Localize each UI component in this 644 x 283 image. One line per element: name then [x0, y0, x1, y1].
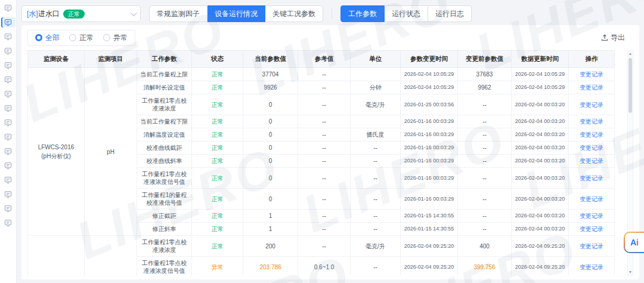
export-icon [601, 34, 608, 41]
tab-group-monitoring: 常规监测因子设备运行情况关键工况参数 [149, 5, 323, 22]
param-name-cell: 消解温度设定值 [137, 128, 192, 142]
col-header-10: 操作 [569, 51, 615, 68]
previous-value-cell: 400 [458, 236, 512, 257]
calendar-icon[interactable] [1, 189, 16, 199]
col-header-7: 参数变更时间 [401, 51, 458, 68]
change-record-link[interactable]: 变更记录 [580, 196, 603, 202]
scroll-up-icon[interactable]: ▲ [628, 51, 633, 57]
param-name-cell: 消解时长设定值 [137, 81, 192, 94]
change-record-link[interactable]: 变更记录 [580, 243, 603, 250]
scrollbar-thumb[interactable] [628, 58, 632, 113]
change-record-link[interactable]: 变更记录 [580, 131, 603, 138]
tab-parameters-1[interactable]: 运行状态 [385, 5, 428, 22]
param-name-cell: 修正斜率 [137, 223, 192, 236]
device-cell: LFWCS-2016(pH分析仪) [28, 68, 85, 236]
unit-cell: -- [351, 168, 401, 189]
status-filter-group: 全部正常异常 [27, 30, 135, 46]
status-cell: 正常 [192, 94, 243, 115]
tab-parameters-2[interactable]: 运行日志 [428, 5, 472, 22]
data-updated-time-cell: 2026-02-04 10:05:29 [512, 81, 569, 94]
document-icon[interactable] [1, 103, 16, 113]
status-cell: 正常 [192, 81, 243, 94]
param-changed-time-cell: 2026-01-16 00:03:29 [401, 115, 458, 128]
scroll-down-icon[interactable]: ▼ [628, 269, 633, 275]
site-monitor-icon[interactable] [1, 132, 16, 142]
change-record-link[interactable]: 变更记录 [580, 213, 603, 219]
reference-value-cell: -- [298, 94, 351, 115]
status-cell: 正常 [192, 168, 243, 189]
change-record-link[interactable]: 变更记录 [580, 158, 603, 164]
previous-value-cell: 399.756 [458, 257, 512, 276]
param-changed-time-cell: 2026-01-16 00:03:29 [401, 168, 458, 189]
sidebar [0, 0, 17, 283]
current-value-cell: 0 [243, 94, 298, 115]
ai-assistant-button[interactable]: Ai [624, 232, 644, 253]
monitor-dashboard-icon[interactable] [1, 17, 16, 27]
tab-monitoring-1[interactable]: 设备运行情况 [208, 5, 265, 22]
tab-monitoring-0[interactable]: 常规监测因子 [149, 5, 208, 22]
action-cell: 变更记录 [569, 81, 615, 94]
reference-value-cell: -- [298, 142, 351, 155]
image-gallery-icon[interactable] [1, 75, 16, 85]
change-record-link[interactable]: 变更记录 [580, 175, 603, 182]
unit-cell: -- [351, 189, 401, 210]
param-changed-time-cell: 2026-01-25 00:03:56 [401, 94, 458, 115]
param-name-cell: 工作量程1的量程校准液信号值 [137, 189, 192, 210]
col-header-6: 单位 [351, 51, 401, 68]
change-record-link[interactable]: 变更记录 [580, 264, 603, 270]
qr-code-icon[interactable] [1, 60, 16, 70]
video-monitor-icon[interactable] [1, 146, 16, 156]
change-record-link[interactable]: 变更记录 [580, 144, 603, 151]
terminal-icon[interactable] [1, 175, 16, 185]
data-updated-time-cell: 2026-02-04 00:03:20 [512, 128, 569, 142]
tab-parameters-0[interactable]: 工作参数 [340, 5, 385, 22]
change-record-link[interactable]: 变更记录 [580, 226, 603, 232]
parameters-table: 监测设备监测项目工作参数状态当前参数值参考值单位参数变更时间变更前参数值数据更新… [27, 50, 615, 276]
current-value-cell: 0 [243, 142, 298, 155]
change-record-link[interactable]: 变更记录 [580, 71, 603, 78]
settings-gear-icon[interactable] [1, 218, 16, 228]
data-updated-time-cell: 2026-02-04 09:25:20 [512, 236, 569, 257]
status-cell: 正常 [192, 189, 243, 210]
device-type: (pH分析仪) [30, 152, 82, 161]
change-record-link[interactable]: 变更记录 [580, 84, 603, 91]
monitor-item-cell: pH [85, 68, 137, 236]
action-cell: 变更记录 [569, 155, 615, 168]
export-button[interactable]: 导出 [601, 33, 633, 43]
previous-value-cell: 9962 [458, 81, 512, 94]
report-chart-icon[interactable] [1, 89, 16, 99]
status-filter-1[interactable]: 正常 [69, 33, 94, 43]
unit-cell: -- [351, 223, 401, 236]
radio-dot-icon [35, 34, 42, 41]
status-filter-2[interactable]: 异常 [103, 33, 128, 43]
previous-value-cell: -- [458, 94, 512, 115]
status-filter-0[interactable]: 全部 [35, 33, 60, 43]
change-record-link[interactable]: 变更记录 [580, 101, 603, 108]
reference-value-cell: 0.6~1.0 [298, 257, 351, 276]
reference-value-cell: -- [298, 168, 351, 189]
reference-value-cell: -- [298, 128, 351, 142]
database-icon[interactable] [1, 204, 16, 214]
station-select[interactable]: [水] 进水口 正常 [21, 5, 141, 22]
param-changed-time-cell: 2026-02-04 09:25:20 [401, 257, 458, 276]
previous-value-cell: -- [458, 155, 512, 168]
monitor-item-cell [85, 236, 137, 276]
message-board-icon[interactable] [1, 161, 16, 171]
col-header-1: 监测项目 [85, 51, 137, 68]
clock-history-icon[interactable] [1, 118, 16, 128]
col-header-0: 监测设备 [28, 51, 85, 68]
current-value-cell: 0 [243, 189, 298, 210]
tab-monitoring-2[interactable]: 关键工况参数 [265, 5, 323, 22]
site-list-icon[interactable] [1, 32, 16, 42]
change-record-link[interactable]: 变更记录 [580, 118, 603, 125]
content-card: 全部正常异常 导出 监测设备监测项目工作参数状态当前参数值参考值单位参数变更时间… [21, 25, 639, 279]
device-overview-icon[interactable] [1, 3, 16, 13]
param-changed-time-cell: 2026-01-16 00:03:29 [401, 155, 458, 168]
action-cell: 变更记录 [569, 210, 615, 223]
toolbar-divider [332, 8, 332, 19]
chevron-down-icon [131, 10, 137, 16]
current-value-cell: 0 [243, 168, 298, 189]
reference-value-cell: -- [298, 81, 351, 94]
previous-value-cell: -- [458, 168, 512, 189]
data-edit-icon[interactable] [1, 46, 16, 56]
